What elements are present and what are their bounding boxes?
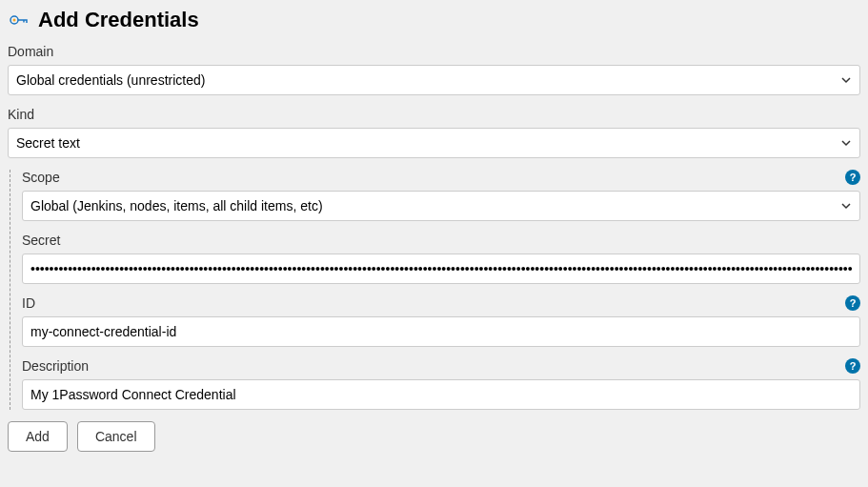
key-icon: [8, 9, 30, 31]
secret-input[interactable]: [22, 254, 860, 284]
description-group: Description ?: [22, 358, 860, 410]
kind-group: Kind Secret text: [8, 107, 860, 158]
add-button[interactable]: Add: [8, 421, 68, 452]
help-icon[interactable]: ?: [845, 295, 860, 311]
kind-select[interactable]: Secret text: [8, 128, 860, 158]
scope-label: Scope: [22, 170, 60, 185]
kind-label: Kind: [8, 107, 860, 122]
domain-select[interactable]: Global credentials (unrestricted): [8, 65, 860, 95]
description-label: Description: [22, 358, 89, 374]
secret-group: Secret: [22, 233, 860, 284]
id-input[interactable]: [22, 316, 860, 347]
svg-point-1: [13, 19, 16, 22]
domain-group: Domain Global credentials (unrestricted): [8, 44, 860, 95]
page-header: Add Credentials: [8, 8, 860, 32]
nested-fields: Scope ? Global (Jenkins, nodes, items, a…: [10, 170, 860, 410]
scope-group: Scope ? Global (Jenkins, nodes, items, a…: [22, 170, 860, 221]
id-label: ID: [22, 295, 35, 311]
help-icon[interactable]: ?: [845, 358, 860, 374]
page-title: Add Credentials: [38, 8, 199, 32]
description-input[interactable]: [22, 379, 860, 410]
domain-label: Domain: [8, 44, 860, 59]
scope-select[interactable]: Global (Jenkins, nodes, items, all child…: [22, 191, 860, 221]
id-group: ID ?: [22, 295, 860, 347]
button-row: Add Cancel: [8, 421, 860, 452]
cancel-button[interactable]: Cancel: [77, 421, 155, 452]
secret-label: Secret: [22, 233, 860, 248]
help-icon[interactable]: ?: [845, 170, 860, 185]
